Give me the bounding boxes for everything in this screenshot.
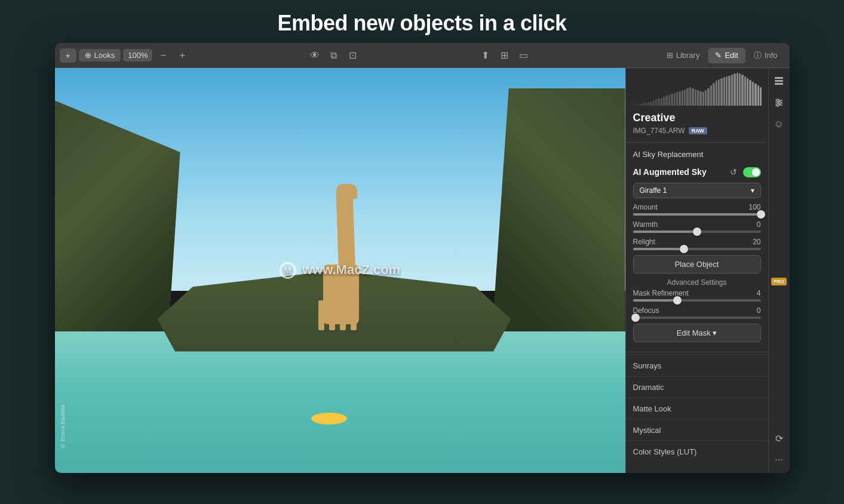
ai-augmented-sky-title: AI Augmented Sky (633, 167, 707, 177)
more-icon-button[interactable]: ··· (771, 451, 787, 468)
histogram-canvas (632, 73, 762, 106)
panel-scroll-area[interactable]: Creative IMG_7745.ARW RAW AI Sky Replace… (626, 68, 768, 473)
info-icon: ⓘ (754, 50, 762, 61)
subsection-controls: ↺ (728, 166, 761, 178)
raw-badge: RAW (689, 127, 707, 134)
kayak-object (311, 413, 347, 425)
mask-refinement-thumb[interactable] (673, 296, 682, 305)
mystical-item[interactable]: Mystical (626, 419, 768, 441)
eye-icon-button[interactable]: 👁 (306, 47, 323, 64)
panel-tabs: ⊞ Library ✎ Edit ⓘ Info (659, 48, 785, 63)
app-window: + ⊕ Looks 100% − + 👁 ⧉ ⊡ ⬆ ⊞ ▭ ⊞ Library… (55, 43, 790, 473)
panel-side-icons: ☺ PRO ⟳ ··· (768, 68, 790, 473)
mask-refinement-label: Mask Refinement (633, 289, 689, 297)
defocus-thumb[interactable] (631, 314, 640, 322)
mask-refinement-fill (633, 299, 678, 302)
tab-info[interactable]: ⓘ Info (747, 48, 785, 63)
panel-section-title: Creative (626, 108, 768, 125)
relight-thumb[interactable] (680, 245, 688, 253)
subsection-title-row: AI Augmented Sky ↺ (633, 166, 761, 178)
mask-refinement-value: 4 (757, 289, 761, 297)
dramatic-item[interactable]: Dramatic (626, 376, 768, 398)
amount-thumb[interactable] (757, 210, 765, 219)
toggle-button[interactable] (743, 167, 761, 177)
photo-canvas: M www.MacZ.com © Emma Bautista (55, 68, 625, 473)
adjustments-icon-button[interactable] (771, 94, 787, 111)
warmth-slider[interactable] (633, 231, 761, 233)
svg-point-8 (777, 104, 779, 106)
warmth-value: 0 (757, 220, 761, 229)
pro-badge: PRO (771, 278, 786, 285)
looks-icon: ⊕ (85, 51, 91, 60)
svg-point-4 (777, 99, 779, 102)
page-title-area: Embed new objects in a click (0, 0, 844, 43)
relight-slider-row: Relight 20 (633, 238, 761, 250)
advanced-settings-row[interactable]: Advanced Settings (633, 276, 761, 289)
matte-look-item[interactable]: Matte Look (626, 398, 768, 419)
defocus-slider[interactable] (633, 316, 761, 319)
histogram-bars (632, 73, 762, 106)
zoom-in-button[interactable]: + (174, 47, 191, 64)
reset-button[interactable]: ↺ (728, 166, 739, 178)
zoom-out-button[interactable]: − (155, 47, 171, 64)
place-object-button[interactable]: Place Object (633, 255, 761, 273)
compare-button[interactable]: ⧉ (326, 47, 342, 64)
file-name-row: IMG_7745.ARW RAW (626, 125, 768, 140)
toolbar: + ⊕ Looks 100% − + 👁 ⧉ ⊡ ⬆ ⊞ ▭ ⊞ Library… (55, 43, 790, 68)
looks-button[interactable]: ⊕ Looks (79, 49, 121, 62)
object-dropdown[interactable]: Giraffe 1 ▾ (633, 183, 761, 198)
water-layer (55, 331, 625, 473)
ai-sky-replacement-label: AI Sky Replacement (633, 150, 704, 159)
relight-fill (633, 248, 685, 250)
edit-mask-button[interactable]: Edit Mask ▾ (633, 324, 761, 342)
history-icon-button[interactable]: ⟳ (771, 430, 787, 447)
share-button[interactable]: ⬆ (477, 47, 493, 64)
amount-slider[interactable] (633, 213, 761, 216)
svg-rect-2 (775, 83, 783, 85)
photo-credit: © Emma Bautista (60, 405, 66, 449)
defocus-slider-row: Defocus 0 (633, 306, 761, 319)
advanced-settings-label: Advanced Settings (667, 278, 726, 287)
library-icon: ⊞ (667, 51, 673, 60)
right-panel: Creative IMG_7745.ARW RAW AI Sky Replace… (625, 68, 790, 473)
zoom-dropdown[interactable]: 100% (123, 49, 152, 62)
amount-label: Amount (633, 203, 658, 211)
tab-library[interactable]: ⊞ Library (659, 48, 707, 63)
add-button[interactable]: + (60, 48, 76, 63)
svg-rect-0 (775, 77, 783, 79)
defocus-value: 0 (757, 306, 761, 315)
divider-2 (626, 352, 768, 352)
warmth-fill (633, 231, 697, 233)
page-title: Embed new objects in a click (277, 11, 566, 35)
file-name: IMG_7745.ARW (633, 127, 685, 135)
effects-icon-button[interactable]: ☺ (771, 116, 787, 133)
mask-refinement-slider-row: Mask Refinement 4 (633, 289, 761, 302)
edit-icon: ✎ (715, 51, 722, 60)
grid-button[interactable]: ⊞ (496, 47, 512, 64)
divider-1 (626, 142, 768, 143)
tab-edit[interactable]: ✎ Edit (708, 48, 745, 63)
svg-rect-1 (775, 80, 783, 82)
histogram-area (626, 68, 768, 108)
main-area: M www.MacZ.com © Emma Bautista Creative (55, 68, 790, 473)
single-view-button[interactable]: ▭ (515, 47, 532, 64)
sunrays-item[interactable]: Sunrays (626, 355, 768, 376)
amount-fill (633, 213, 761, 216)
giraffe-object (294, 157, 390, 324)
canvas-area[interactable]: M www.MacZ.com © Emma Bautista (55, 68, 625, 473)
ai-sky-replacement-header[interactable]: AI Sky Replacement (626, 145, 768, 164)
ai-augmented-sky-section: AI Augmented Sky ↺ Giraffe 1 ▾ (626, 164, 768, 349)
warmth-label: Warmth (633, 220, 658, 229)
mask-refinement-slider[interactable] (633, 299, 761, 302)
relight-slider[interactable] (633, 248, 761, 250)
relight-value: 20 (753, 238, 760, 246)
crop-button[interactable]: ⊡ (345, 47, 361, 64)
svg-point-6 (779, 102, 781, 104)
relight-label: Relight (633, 238, 655, 246)
amount-slider-row: Amount 100 (633, 203, 761, 216)
warmth-slider-row: Warmth 0 (633, 220, 761, 233)
color-styles-item[interactable]: Color Styles (LUT) (626, 441, 768, 462)
layers-icon-button[interactable] (771, 73, 787, 90)
warmth-thumb[interactable] (693, 228, 701, 236)
